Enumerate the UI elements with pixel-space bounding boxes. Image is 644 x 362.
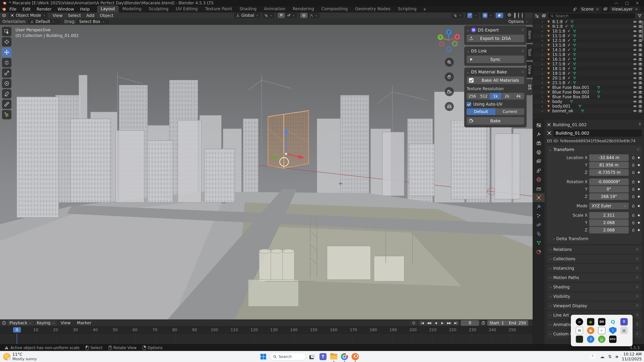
object-name[interactable]: Blue Fuse Box.002: [552, 90, 589, 94]
drag-handle-icon[interactable]: ⠿: [636, 276, 639, 280]
object-name[interactable]: 15:1:8: [552, 52, 565, 57]
outliner-row[interactable]: › 17:1:8: [533, 62, 644, 66]
cursor-tool[interactable]: [2, 37, 12, 46]
animate-dot[interactable]: [638, 171, 640, 173]
hide-viewport-eye-icon[interactable]: [633, 95, 637, 99]
outliner-search-input[interactable]: [555, 14, 633, 18]
auto-uv-checkbox[interactable]: [466, 102, 471, 107]
workspace-tab[interactable]: Modeling: [119, 5, 145, 12]
disable-render-camera-icon[interactable]: [638, 99, 642, 104]
hide-viewport-eye-icon[interactable]: [633, 76, 637, 80]
object-name[interactable]: body: [552, 99, 562, 104]
proportional-editing-toggle[interactable]: [300, 13, 308, 18]
lock-icon[interactable]: [630, 170, 636, 174]
lock-icon[interactable]: [630, 187, 636, 191]
timeline-track[interactable]: [0, 334, 533, 344]
outliner-row[interactable]: › 11:1:8: [533, 33, 644, 38]
drag-handle-icon[interactable]: ⠿: [636, 285, 639, 289]
expand-chevron-icon[interactable]: ›: [542, 90, 545, 94]
object-name[interactable]: body.001: [552, 104, 570, 109]
expand-chevron-icon[interactable]: ›: [542, 109, 545, 113]
menu-item[interactable]: Edit: [20, 7, 34, 11]
blender-app-button[interactable]: [351, 353, 359, 361]
object-name[interactable]: Blue Fuse Box.001: [552, 85, 589, 90]
sidebar-tab[interactable]: Item: [526, 27, 533, 43]
expand-chevron-icon[interactable]: ›: [542, 53, 545, 57]
expand-chevron-icon[interactable]: ›: [542, 81, 545, 85]
collapsed-panel[interactable]: › Viewport Display ⠿: [547, 302, 642, 310]
expand-chevron-icon[interactable]: ›: [542, 104, 545, 108]
collapsed-panel[interactable]: › Instancing ⠿: [547, 264, 642, 272]
taskbar-weather[interactable]: 11°CMostly sunny: [3, 352, 37, 361]
animate-dot[interactable]: [638, 196, 640, 198]
measure-tool[interactable]: [2, 99, 12, 109]
tab-object-data[interactable]: [533, 238, 544, 247]
resolution-option[interactable]: 2k: [501, 93, 513, 99]
transport-button[interactable]: ▶▶: [446, 320, 452, 326]
collapse-chevron-icon[interactable]: ⌄: [466, 49, 470, 53]
resolution-option[interactable]: 512: [478, 93, 490, 99]
object-name[interactable]: 9:1:8: [552, 24, 563, 29]
workspace-tab[interactable]: Rendering: [289, 5, 318, 12]
hide-viewport-eye-icon[interactable]: [633, 90, 637, 94]
outliner-library-icon[interactable]: [542, 13, 546, 18]
unlink-scene-icon[interactable]: ×: [596, 7, 599, 11]
tray-app-icon[interactable]: D5: [598, 318, 606, 326]
shading-rendered-button[interactable]: [521, 13, 523, 18]
tab-output[interactable]: [533, 148, 544, 157]
hide-viewport-eye-icon[interactable]: [633, 20, 637, 24]
show-gizmo-dropdown[interactable]: [452, 13, 464, 18]
number-field[interactable]: 268.19°: [589, 193, 629, 200]
properties-editor-type-icon[interactable]: [533, 121, 544, 130]
transport-button[interactable]: ▶|: [452, 320, 459, 326]
pan-button[interactable]: [445, 72, 454, 81]
onedrive-icon[interactable]: ☁: [600, 354, 604, 359]
collapsed-panel[interactable]: › Shading ⠿: [547, 283, 642, 291]
uv-mode-option[interactable]: Default: [466, 108, 496, 115]
tray-overflow-button[interactable]: ⌃: [589, 354, 596, 360]
snap-toggle[interactable]: [278, 13, 285, 18]
transform-orientation-dropdown[interactable]: Global: [234, 13, 260, 18]
add-cube-tool[interactable]: [2, 110, 12, 119]
collapsed-panel[interactable]: › Relations ⠿: [547, 246, 642, 254]
tray-app-icon[interactable]: [576, 336, 583, 343]
start-value[interactable]: 1: [502, 321, 504, 325]
bake-all-checkbox[interactable]: [469, 78, 474, 83]
outliner-row[interactable]: › 16:1:8: [533, 57, 644, 62]
delta-transform-fold[interactable]: ›Delta Transform: [549, 234, 640, 241]
tab-world[interactable]: [533, 175, 544, 184]
tray-app-icon[interactable]: µ: [598, 336, 606, 343]
number-field[interactable]: -32.644 m: [589, 154, 629, 161]
lock-icon[interactable]: [630, 221, 636, 225]
tray-app-icon[interactable]: ▤: [620, 327, 628, 334]
drag-handle-icon[interactable]: ⠿: [636, 266, 639, 270]
disable-render-camera-icon[interactable]: [638, 53, 642, 57]
drag-handle-icon[interactable]: ⠿: [637, 148, 640, 152]
number-field[interactable]: -0.73575 m: [589, 169, 629, 176]
disable-render-camera-icon[interactable]: [638, 67, 642, 71]
hide-viewport-eye-icon[interactable]: [633, 53, 637, 57]
tab-object[interactable]: [533, 193, 544, 202]
hide-viewport-eye-icon[interactable]: [633, 85, 637, 89]
expand-chevron-icon[interactable]: ›: [542, 34, 545, 38]
hide-viewport-eye-icon[interactable]: [633, 24, 637, 28]
collapsed-panel[interactable]: › Motion Paths ⠿: [547, 274, 642, 282]
tray-app-icon[interactable]: W: [576, 327, 583, 334]
collapse-chevron-icon[interactable]: ⌄: [549, 148, 552, 152]
outliner-row[interactable]: › body: [533, 99, 644, 104]
shading-wireframe-button[interactable]: [506, 12, 512, 18]
drag-handle-icon[interactable]: ⠿: [636, 323, 639, 327]
end-value[interactable]: 250: [518, 321, 526, 325]
close-button[interactable]: ×: [636, 1, 639, 5]
collapse-chevron-icon[interactable]: ⌄: [466, 70, 470, 74]
drag-handle-icon[interactable]: ⠿: [636, 332, 639, 336]
number-field[interactable]: 81.956 m: [589, 162, 629, 168]
file-explorer-button[interactable]: [330, 353, 338, 361]
object-name[interactable]: 8:1:8: [552, 19, 563, 24]
drag-handle-icon[interactable]: ⠿: [522, 70, 524, 74]
animate-dot[interactable]: [638, 229, 640, 231]
workspace-tab[interactable]: UV Editing: [172, 5, 201, 12]
resolution-option[interactable]: 256: [466, 93, 478, 99]
drag-handle-icon[interactable]: ⠿: [636, 313, 639, 317]
animate-dot[interactable]: [638, 222, 640, 224]
